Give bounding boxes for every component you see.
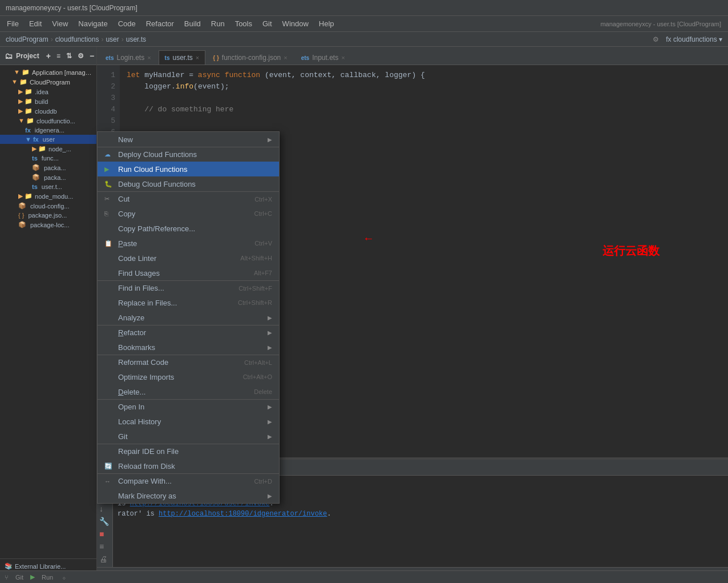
- menu-bar: File Edit View Navigate Code Refactor Bu…: [0, 16, 728, 32]
- breadcrumb-part4[interactable]: user.ts: [126, 35, 146, 43]
- sidebar-sort-icon[interactable]: ⇅: [66, 52, 72, 60]
- ctx-analyze[interactable]: Analyze ▶: [98, 310, 279, 325]
- sidebar-item-userts[interactable]: ts user.t...: [0, 182, 96, 191]
- tab-login[interactable]: ets Login.ets ×: [99, 50, 157, 65]
- menu-view[interactable]: View: [47, 18, 72, 30]
- git-label[interactable]: Git: [15, 574, 23, 581]
- menu-build[interactable]: Build: [180, 18, 205, 30]
- run-status-label[interactable]: Run: [42, 574, 53, 581]
- ctx-optimize-imports[interactable]: Optimize Imports Ctrl+Alt+O: [98, 369, 279, 384]
- cloudfunctions-label: fx cloudfunctions ▾: [666, 35, 722, 43]
- ctx-find-usages[interactable]: Find Usages Alt+F7: [98, 266, 279, 280]
- ctx-deploy[interactable]: ☁ Deploy Cloud Functions: [98, 147, 279, 162]
- ctx-compare-with[interactable]: ↔ Compare With... Ctrl+D: [98, 473, 279, 488]
- print-button[interactable]: 🖨: [99, 554, 110, 564]
- run-status-icon[interactable]: ▶: [30, 573, 35, 581]
- ctx-cut[interactable]: ✂ Cut Ctrl+X: [98, 191, 279, 206]
- tab-close-login[interactable]: ×: [147, 54, 151, 61]
- settings-icon[interactable]: ⚙: [653, 35, 659, 43]
- sidebar-item-build[interactable]: ▶ 📁 build: [0, 97, 96, 106]
- tab-close-input[interactable]: ×: [341, 54, 345, 61]
- tab-icon-login: ets: [106, 55, 114, 61]
- pkg-icon-cloudconfig: 📦: [18, 202, 26, 210]
- tab-close-user[interactable]: ×: [196, 54, 199, 61]
- ctx-delete[interactable]: Delete... Delete: [98, 384, 279, 399]
- sidebar-item-package2[interactable]: 📦 packa...: [0, 172, 96, 182]
- sidebar-item-cloudprogram[interactable]: ▼ 📁 CloudProgram: [0, 77, 96, 87]
- sidebar-minus-icon[interactable]: −: [90, 51, 94, 61]
- ctx-reformat[interactable]: Reformat Code Ctrl+Alt+L: [98, 355, 279, 369]
- debug-cloud-icon: 🐛: [104, 180, 115, 188]
- ctx-refactor[interactable]: Refactor ▶: [98, 325, 279, 340]
- menu-git[interactable]: Git: [258, 18, 277, 30]
- sidebar-item-packagelock[interactable]: 📦 package-loc...: [0, 220, 96, 230]
- menu-run[interactable]: Run: [207, 18, 229, 30]
- sidebar-item-node[interactable]: ▶ 📁 node_...: [0, 144, 96, 154]
- ctx-open-in[interactable]: Open In ▶: [98, 399, 279, 414]
- scroll-down-button[interactable]: ↓: [99, 504, 110, 513]
- tab-user[interactable]: ts user.ts ×: [159, 50, 206, 65]
- ctx-debug-cloud[interactable]: 🐛 Debug Cloud Functions: [98, 176, 279, 191]
- menu-code[interactable]: Code: [114, 18, 140, 30]
- sidebar-gear-icon[interactable]: ⚙: [78, 52, 84, 60]
- sidebar-item-packagejson[interactable]: { } package.jso...: [0, 211, 96, 220]
- stop-button[interactable]: ■: [99, 529, 110, 538]
- sidebar-item-idea[interactable]: ▶ 📁 .idea: [0, 87, 96, 97]
- ctx-git[interactable]: Git ▶: [98, 429, 279, 444]
- sidebar-item-clouddb[interactable]: ▶ 📁 clouddb: [0, 106, 96, 116]
- ctx-mark-directory[interactable]: Mark Directory as ▶: [98, 488, 279, 503]
- code-line-1: let myHandler = async function (event, c…: [127, 70, 721, 81]
- ctx-new[interactable]: New ▶: [98, 132, 279, 147]
- ctx-local-history[interactable]: Local History ▶: [98, 414, 279, 429]
- code-line-4: // do something here: [127, 104, 721, 115]
- ctx-bookmarks[interactable]: Bookmarks ▶: [98, 340, 279, 355]
- menu-tools[interactable]: Tools: [230, 18, 257, 30]
- sidebar-item-application[interactable]: ▼ 📁 Application [managem...: [0, 67, 96, 77]
- fx-icon-user: ▼ fx: [25, 136, 39, 143]
- wrench-button[interactable]: 🔧: [99, 517, 110, 526]
- sidebar-add-icon[interactable]: +: [46, 51, 51, 61]
- sidebar-item-cloudconfig[interactable]: 📦 cloud-config...: [0, 201, 96, 211]
- menu-navigate[interactable]: Navigate: [74, 18, 112, 30]
- code-line-3: [127, 93, 721, 104]
- ctx-code-linter[interactable]: Code Linter Alt+Shift+H: [98, 251, 279, 266]
- sidebar-item-extlib[interactable]: 📚 External Librarie...: [0, 561, 96, 571]
- pkg-icon-1: 📦: [32, 164, 40, 171]
- folder-icon-clouddb: ▶ 📁: [18, 107, 33, 115]
- ctx-repair-ide[interactable]: Repair IDE on File: [98, 444, 279, 459]
- project-icon: 🗂: [5, 51, 13, 61]
- sidebar-list-icon[interactable]: ≡: [56, 52, 60, 60]
- sidebar-item-user[interactable]: ▼ fx user: [0, 135, 96, 144]
- ctx-replace-in-files[interactable]: Replace in Files... Ctrl+Shift+R: [98, 295, 279, 310]
- run-cloud-icon: ▶: [104, 166, 115, 173]
- ctx-find-in-files[interactable]: Find in Files... Ctrl+Shift+F: [98, 280, 279, 295]
- ctx-reload-disk[interactable]: 🔄 Reload from Disk: [98, 459, 279, 473]
- menu-window[interactable]: Window: [278, 18, 313, 30]
- tab-funcconfig[interactable]: { } function-config.json ×: [207, 50, 293, 65]
- ts-icon-userts: ts: [32, 183, 38, 190]
- ctx-copy[interactable]: ⎘ Copy Ctrl+C: [98, 206, 279, 221]
- ctx-run-cloud[interactable]: ▶ Run Cloud Functions: [98, 162, 279, 176]
- sidebar-item-cloudfunctions[interactable]: ▼ 📁 cloudfunctio...: [0, 116, 96, 126]
- menu-help[interactable]: Help: [314, 18, 339, 30]
- breadcrumb-part2[interactable]: cloudfunctions: [55, 35, 99, 43]
- ctx-paste[interactable]: 📋 Paste Ctrl+V: [98, 236, 279, 251]
- breadcrumb: cloudProgram › cloudfunctions › user › u…: [0, 32, 728, 47]
- lines-button[interactable]: ≡: [99, 542, 110, 551]
- menu-refactor[interactable]: Refactor: [141, 18, 179, 30]
- link-idgen-invoke[interactable]: http://localhost:18090/idgenerator/invok…: [159, 510, 327, 518]
- sidebar-item-idgenera[interactable]: fx idgenera...: [0, 126, 96, 135]
- tab-close-funcconfig[interactable]: ×: [284, 54, 287, 61]
- tab-input[interactable]: ets Input.ets ×: [295, 50, 351, 65]
- breadcrumb-part1[interactable]: cloudProgram: [6, 35, 48, 43]
- ctx-copy-path[interactable]: Copy Path/Reference...: [98, 221, 279, 236]
- sidebar-item-nodemodules[interactable]: ▶ 📁 node_modu...: [0, 191, 96, 201]
- sidebar-item-funcfile[interactable]: ts func...: [0, 154, 96, 163]
- git-icon[interactable]: ⑂: [5, 574, 9, 581]
- menu-edit[interactable]: Edit: [25, 18, 46, 30]
- folder-icon-app: ▼ 📁: [14, 69, 30, 76]
- sidebar-item-package1[interactable]: 📦 packa...: [0, 163, 96, 172]
- cut-icon: ✂: [104, 195, 115, 203]
- breadcrumb-part3[interactable]: user: [106, 35, 119, 43]
- menu-file[interactable]: File: [2, 18, 23, 30]
